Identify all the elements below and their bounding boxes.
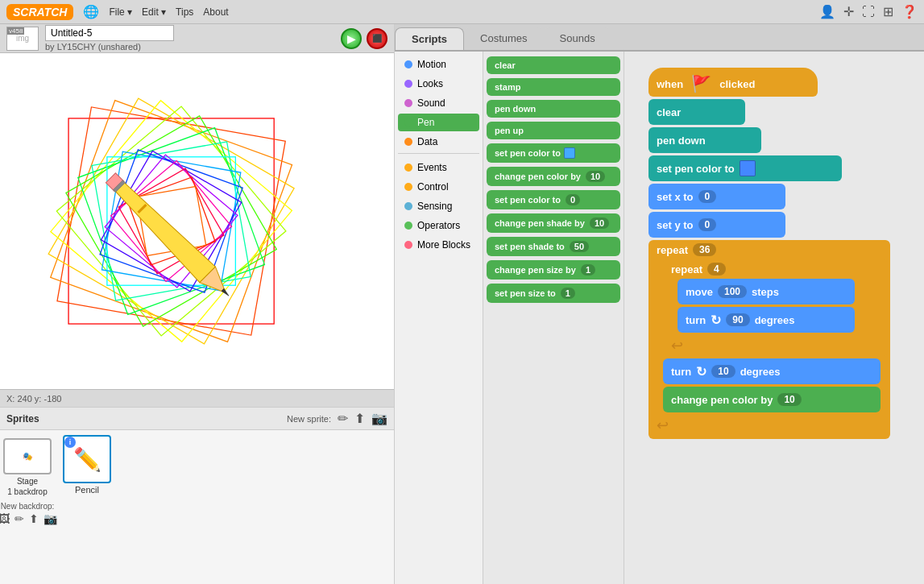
block-script-change-pen: change pen color by 10: [663, 387, 887, 412]
block-script-set-x[interactable]: set x to 0: [648, 184, 785, 209]
cat-motion[interactable]: Motion: [398, 56, 479, 73]
cat-more-blocks[interactable]: More Blocks: [398, 236, 479, 254]
stage-text: Stage1 backdrop: [7, 476, 47, 497]
stage-thumbnail: v458 img: [6, 27, 39, 51]
sprites-title: Sprites: [6, 413, 39, 425]
version-badge: v458: [7, 27, 24, 35]
shrink-icon[interactable]: ⊞: [883, 4, 893, 19]
sprite-info-badge: i: [64, 437, 76, 448]
block-stamp[interactable]: stamp: [487, 78, 620, 96]
block-change-pen-color[interactable]: change pen color by 10: [487, 167, 620, 186]
menu-about[interactable]: About: [203, 6, 228, 18]
tab-scripts[interactable]: Scripts: [395, 27, 464, 50]
fullscreen-icon[interactable]: ⛶: [862, 5, 875, 19]
tab-sounds[interactable]: Sounds: [544, 27, 611, 50]
block-clear[interactable]: clear: [487, 56, 620, 74]
cat-sensing[interactable]: Sensing: [398, 197, 479, 215]
stage-info: 🎭 Stage1 backdrop New backdrop: 🖼 ✏ ⬆ 📷: [0, 430, 55, 584]
new-backdrop-row: New backdrop:: [1, 502, 55, 511]
paint-backdrop-icon[interactable]: 🖼: [0, 512, 10, 525]
stage-info-box[interactable]: 🎭: [3, 438, 52, 474]
cat-data[interactable]: Data: [398, 133, 479, 151]
block-script-set-pen-color[interactable]: set pen color to: [648, 155, 842, 181]
new-sprite-label: New sprite:: [287, 414, 331, 424]
inner-repeat-block[interactable]: repeat 4 move 100 steps: [663, 259, 887, 356]
tab-costumes[interactable]: Costumes: [464, 27, 544, 50]
stage-controls: ▶ ⬛: [341, 28, 387, 49]
outer-repeat-header: repeat 36: [648, 240, 890, 259]
green-flag-button[interactable]: ▶: [341, 28, 362, 49]
clicked-label: clicked: [719, 78, 755, 90]
cat-pen[interactable]: Pen: [398, 114, 479, 131]
block-set-pen-color-num[interactable]: set pen color to 0: [487, 190, 620, 209]
y-val-oval[interactable]: 0: [698, 218, 717, 231]
block-script-turn-right: turn ↻ 90 degrees: [677, 307, 884, 333]
help-icon[interactable]: ❓: [901, 4, 918, 19]
pen-color-swatch[interactable]: [740, 160, 756, 176]
stop-button[interactable]: ⬛: [367, 28, 387, 49]
menubar: SCRATCH 🌐 File ▾ Edit ▾ Tips About 👤 ✛ ⛶…: [0, 0, 924, 24]
change-pen-val-oval[interactable]: 10: [777, 393, 801, 406]
tabs-row: Scripts Costumes Sounds: [395, 24, 924, 52]
move-val-oval[interactable]: 100: [718, 285, 747, 298]
sprites-panel: Sprites New sprite: ✏ ⬆ 📷 🎭 Stage1 backd…: [0, 407, 394, 584]
cat-looks[interactable]: Looks: [398, 75, 479, 93]
block-when-flag[interactable]: when 🚩 clicked: [648, 68, 818, 97]
outer-repeat-val[interactable]: 36: [693, 243, 716, 256]
stage-title-input[interactable]: [45, 25, 174, 41]
pencil-backdrop-icon[interactable]: ✏: [15, 512, 24, 525]
script-blocks: when 🚩 clicked clear pen down set pen: [648, 68, 890, 439]
outer-repeat-block[interactable]: repeat 36 repeat 4: [648, 240, 890, 439]
inner-repeat-header: repeat 4: [663, 259, 887, 279]
block-script-set-y[interactable]: set y to 0: [648, 212, 785, 238]
coordinates: X: 240 y: -180: [6, 394, 62, 404]
block-script-pen-down[interactable]: pen down: [648, 127, 761, 153]
sprite-name: Pencil: [75, 485, 99, 495]
block-script-clear[interactable]: clear: [648, 99, 745, 125]
paint-sprite-icon[interactable]: ✏: [338, 411, 348, 426]
cursor-icon[interactable]: ✛: [843, 4, 854, 19]
user-icon[interactable]: 👤: [819, 4, 835, 19]
block-pen-down[interactable]: pen down: [487, 100, 620, 118]
cat-control[interactable]: Control: [398, 178, 479, 196]
stage-author: by LY15CHY (unshared): [45, 42, 174, 52]
right-panel: Scripts Costumes Sounds Motion Looks Sou…: [395, 24, 924, 584]
x-val-oval[interactable]: 0: [698, 190, 717, 203]
blocks-area: Motion Looks Sound Pen Data: [395, 52, 924, 584]
cat-sound[interactable]: Sound: [398, 94, 479, 112]
block-script-turn-left: turn ↻ 10 degrees: [663, 358, 887, 384]
cat-operators[interactable]: Operators: [398, 217, 479, 234]
block-set-pen-shade[interactable]: set pen shade to 50: [487, 237, 620, 256]
upload-sprite-icon[interactable]: ⬆: [354, 411, 365, 426]
stage-toolbar: v458 img by LY15CHY (unshared) ▶ ⬛: [0, 24, 394, 53]
turn-right-val-oval[interactable]: 90: [726, 313, 749, 326]
scratch-logo: SCRATCH: [6, 4, 73, 20]
main-area: v458 img by LY15CHY (unshared) ▶ ⬛: [0, 24, 924, 584]
cat-events[interactable]: Events: [398, 159, 479, 176]
menu-file[interactable]: File ▾: [109, 6, 132, 18]
block-set-pen-size[interactable]: set pen size to 1: [487, 284, 620, 303]
menu-tips[interactable]: Tips: [176, 6, 193, 18]
stage-area: v458 img by LY15CHY (unshared) ▶ ⬛: [0, 24, 395, 584]
category-palette: Motion Looks Sound Pen Data: [395, 52, 483, 584]
inner-repeat-val[interactable]: 4: [707, 263, 726, 275]
language-icon[interactable]: 🌐: [83, 4, 99, 19]
upload-backdrop-icon[interactable]: ⬆: [29, 512, 39, 525]
block-script-move: move 100 steps: [677, 279, 884, 304]
block-set-pen-color-swatch[interactable]: set pen color to: [487, 143, 620, 163]
block-change-pen-shade[interactable]: change pen shade by 10: [487, 213, 620, 233]
sprite-item[interactable]: i ✏️ Pencil: [60, 435, 114, 579]
stage-canvas: [0, 53, 394, 389]
turn-left-val-oval[interactable]: 10: [711, 365, 735, 378]
sprite-thumb[interactable]: i ✏️: [63, 435, 111, 483]
when-label: when: [657, 78, 683, 90]
sprites-header: Sprites New sprite: ✏ ⬆ 📷: [0, 408, 394, 430]
block-change-pen-size[interactable]: change pen size by 1: [487, 260, 620, 280]
menu-edit[interactable]: Edit ▾: [142, 6, 166, 18]
block-pen-up[interactable]: pen up: [487, 122, 620, 139]
flag-icon: 🚩: [691, 74, 711, 93]
top-icons: 👤 ✛ ⛶ ⊞ ❓: [819, 4, 918, 19]
blocks-palette: clear stamp pen down pen up set pen colo…: [483, 52, 624, 584]
camera-sprite-icon[interactable]: 📷: [371, 411, 387, 426]
inner-repeat-cap: ↩: [663, 335, 887, 356]
